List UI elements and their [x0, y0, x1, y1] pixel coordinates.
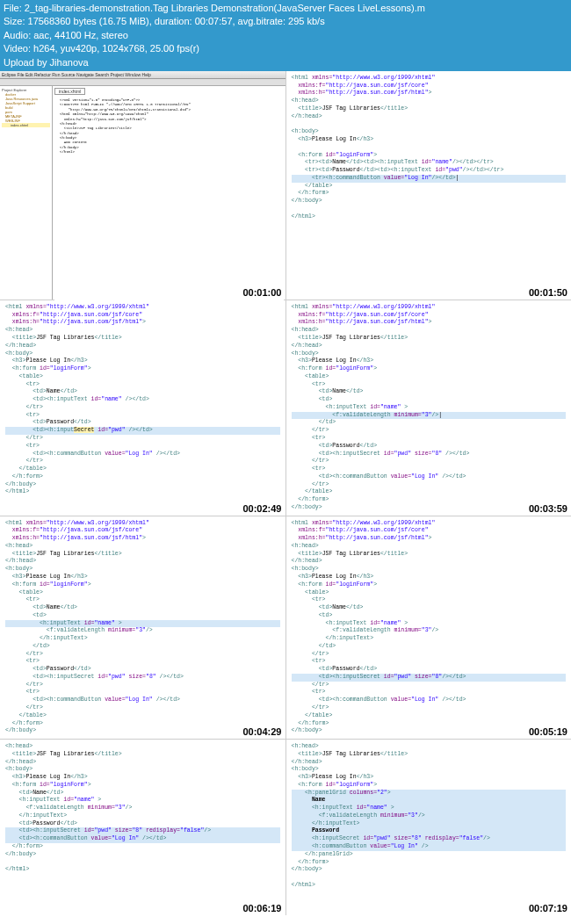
timestamp: 00:06:19 — [242, 903, 281, 913]
thumbnail-2: <html xmlns="http://www.w3.org/1999/xhtm… — [286, 71, 572, 300]
code-view: <html xmlns="http://www.w3.org/1999/xhtm… — [0, 516, 286, 739]
eclipse-editor[interactable]: index.xhtml <?xml version="1.0" encoding… — [53, 86, 286, 300]
tree-file-selected[interactable]: index.xhtml — [2, 123, 50, 127]
upload-line: Upload by Jihanova — [4, 56, 567, 69]
code-view: <html xmlns="http://www.w3.org/1999/xhtm… — [0, 300, 286, 516]
timestamp: 00:03:59 — [529, 503, 567, 514]
timestamp: 00:05:19 — [529, 726, 567, 737]
code-view: <html xmlns="http://www.w3.org/1999/xhtm… — [286, 71, 572, 300]
code-view: <h:head> <title>JSF Tag Libraries</title… — [0, 740, 286, 915]
thumbnail-8: <h:head> <title>JSF Tag Libraries</title… — [286, 740, 572, 915]
thumbnail-7: <h:head> <title>JSF Tag Libraries</title… — [0, 740, 286, 915]
thumbnail-1: Eclipse File Edit Refactor Run Source Na… — [0, 71, 286, 300]
thumbnail-3: <html xmlns="http://www.w3.org/1999/xhtm… — [0, 300, 286, 516]
audio-line: Audio: aac, 44100 Hz, stereo — [4, 29, 567, 42]
timestamp: 00:01:50 — [529, 287, 567, 298]
thumbnail-4: <html xmlns="http://www.w3.org/1999/xhtm… — [286, 300, 572, 516]
editor-tab[interactable]: index.xhtml — [54, 88, 85, 95]
eclipse-toolbar[interactable] — [0, 79, 286, 86]
timestamp: 00:01:00 — [242, 287, 281, 298]
thumbnail-5: <html xmlns="http://www.w3.org/1999/xhtm… — [0, 516, 286, 739]
file-info-header: File: 2_tag-libraries-demonstration.Tag … — [0, 0, 571, 71]
eclipse-ide: Eclipse File Edit Refactor Run Source Na… — [0, 71, 286, 300]
video-line: Video: h264, yuv420p, 1024x768, 25.00 fp… — [4, 42, 567, 55]
code-view: <html xmlns="http://www.w3.org/1999/xhtm… — [286, 516, 572, 739]
code-view: <h:head> <title>JSF Tag Libraries</title… — [286, 740, 572, 915]
timestamp: 00:07:19 — [529, 903, 567, 913]
timestamp: 00:04:29 — [242, 726, 281, 737]
file-line: File: 2_tag-libraries-demonstration.Tag … — [4, 2, 567, 15]
thumbnail-6: <html xmlns="http://www.w3.org/1999/xhtm… — [286, 516, 572, 739]
size-line: Size: 17568360 bytes (16.75 MiB), durati… — [4, 15, 567, 28]
timestamp: 00:02:49 — [242, 503, 281, 514]
thumbnail-grid: Eclipse File Edit Refactor Run Source Na… — [0, 71, 571, 915]
eclipse-menubar[interactable]: Eclipse File Edit Refactor Run Source Na… — [0, 71, 286, 79]
editor-code[interactable]: <?xml version="1.0" encoding="UTF-8"?> <… — [54, 95, 284, 305]
code-view: <html xmlns="http://www.w3.org/1999/xhtm… — [286, 300, 572, 516]
project-explorer[interactable]: Project Explorer docker Java Resources j… — [0, 86, 53, 300]
